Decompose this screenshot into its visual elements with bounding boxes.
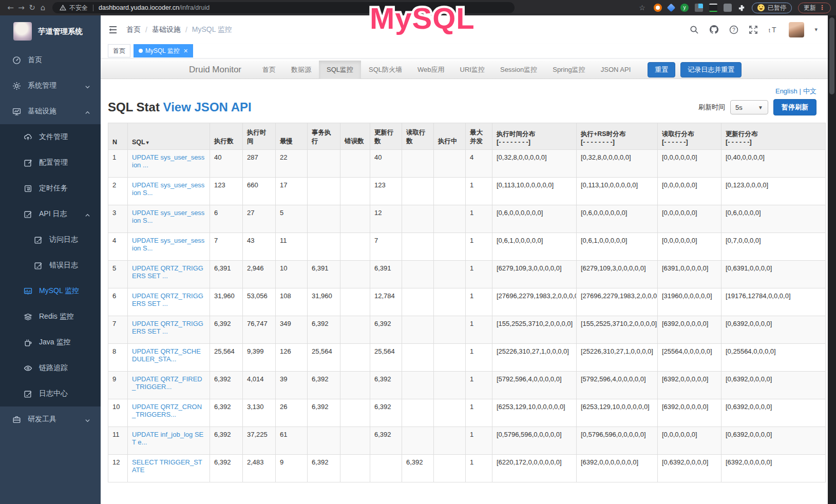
url-divider xyxy=(93,5,93,11)
sidebar-item-log-center[interactable]: 日志中心 xyxy=(0,381,101,406)
column-header[interactable]: 最大并发 xyxy=(466,123,492,150)
tab-item[interactable]: 首页 xyxy=(108,44,130,57)
druid-nav-item[interactable]: JSON API xyxy=(593,61,639,79)
lang-english-link[interactable]: English xyxy=(775,87,797,95)
address-bar[interactable]: 不安全 dashboard.yudao.iocoder.cn/infra/dru… xyxy=(52,2,515,13)
sidebar-item-dev-tool[interactable]: 研发工具 xyxy=(0,406,101,432)
sidebar-item-java[interactable]: Java 监控 xyxy=(0,329,101,355)
sql-link[interactable]: UPDATE QRTZ_TRIGGERS SET ... xyxy=(132,320,203,335)
druid-nav-item[interactable]: 数据源 xyxy=(283,61,319,79)
sidebar-item-access-log[interactable]: 访问日志 xyxy=(0,227,101,253)
tab-close-icon[interactable]: ✕ xyxy=(183,48,188,54)
sidebar-item-config[interactable]: 配置管理 xyxy=(0,150,101,176)
user-avatar[interactable] xyxy=(789,22,804,37)
extensions-puzzle-icon[interactable] xyxy=(738,4,746,12)
druid-nav: 首页数据源SQL监控SQL防火墙Web应用URI监控Session监控Sprin… xyxy=(255,61,638,79)
druid-nav-item[interactable]: Web应用 xyxy=(410,61,452,79)
sql-link[interactable]: UPDATE sys_user_session S... xyxy=(132,237,204,252)
reload-icon[interactable]: ↻ xyxy=(27,3,37,12)
column-header[interactable]: N xyxy=(108,123,128,150)
sidebar-item-api-log[interactable]: API 日志 xyxy=(0,201,101,227)
table-row: 10UPDATE QRTZ_CRON_TRIGGERS...6,3923,130… xyxy=(108,399,826,427)
column-header[interactable]: 执行时间 xyxy=(243,123,276,150)
extension-green-icon[interactable]: y xyxy=(680,4,689,12)
back-icon[interactable]: ← xyxy=(5,3,16,12)
security-label[interactable]: 不安全 xyxy=(69,4,88,12)
extension-gray-icon[interactable] xyxy=(724,4,732,12)
sql-link[interactable]: UPDATE sys_user_session S... xyxy=(132,181,204,197)
gear-icon xyxy=(12,82,21,90)
druid-nav-item[interactable]: URI监控 xyxy=(452,61,492,79)
sidebar-item-redis[interactable]: Redis 监控 xyxy=(0,304,101,329)
extension-blue-drop-icon[interactable] xyxy=(667,4,676,12)
sql-link[interactable]: UPDATE QRTZ_FIRED_TRIGGER... xyxy=(132,375,202,391)
sql-link[interactable]: UPDATE QRTZ_TRIGGERS SET ... xyxy=(132,264,203,280)
sql-link[interactable]: UPDATE QRTZ_SCHEDULER_STA... xyxy=(132,347,201,363)
column-header[interactable]: 执行数 xyxy=(210,123,243,150)
paused-extension-badge[interactable]: 已暂停 xyxy=(752,3,792,13)
lang-chinese-link[interactable]: 中文 xyxy=(803,87,816,95)
page-scrollbar[interactable] xyxy=(828,15,836,504)
column-header[interactable]: 执行+RS时分布[- - - - - - - -] xyxy=(577,123,658,150)
sidebar-toggle-icon[interactable] xyxy=(108,25,118,35)
forward-icon[interactable]: → xyxy=(16,3,27,12)
column-header[interactable]: SQL▼ xyxy=(128,123,210,150)
column-header[interactable]: 最慢 xyxy=(276,123,308,150)
column-header[interactable]: 执行时间分布[- - - - - - - -] xyxy=(492,123,577,150)
sql-link[interactable]: UPDATE QRTZ_TRIGGERS SET ... xyxy=(132,292,203,307)
extension-list-on-icon[interactable] xyxy=(709,4,717,12)
font-size-icon[interactable]: tT xyxy=(768,26,778,34)
sql-link[interactable]: UPDATE sys_user_session ... xyxy=(132,153,204,169)
druid-brand[interactable]: Druid Monitor xyxy=(189,65,241,75)
sidebar-item-trace[interactable]: 链路追踪 xyxy=(0,355,101,381)
browser-update-button[interactable]: 更新⋮ xyxy=(798,3,831,13)
sidebar-item-system[interactable]: 系统管理 xyxy=(0,73,101,99)
log-icon xyxy=(24,210,32,219)
reset-button[interactable]: 重置 xyxy=(648,62,675,77)
druid-nav-item[interactable]: Spring监控 xyxy=(545,61,593,79)
column-header[interactable]: 事务执行 xyxy=(308,123,340,150)
fullscreen-icon[interactable] xyxy=(749,25,758,34)
app-logo[interactable]: 芋道管理系统 xyxy=(0,15,101,47)
log-and-reset-button[interactable]: 记录日志并重置 xyxy=(680,62,742,77)
column-header[interactable]: 更新行数 xyxy=(370,123,402,150)
refresh-interval-select[interactable]: 5s▼ xyxy=(730,100,768,114)
sidebar-item-file[interactable]: 文件管理 xyxy=(0,124,101,150)
github-icon[interactable] xyxy=(709,25,719,34)
sidebar-item-job[interactable]: 定时任务 xyxy=(0,176,101,201)
chevron-down-icon[interactable]: ▾ xyxy=(814,26,818,33)
column-header[interactable]: 错误数 xyxy=(340,123,370,150)
druid-nav-item[interactable]: SQL防火墙 xyxy=(361,61,410,79)
druid-nav-item[interactable]: 首页 xyxy=(255,61,283,79)
column-header[interactable]: 读取行分布[- - - - - -] xyxy=(658,123,721,150)
pause-refresh-button[interactable]: 暂停刷新 xyxy=(773,99,816,115)
breadcrumb-home[interactable]: 首页 xyxy=(126,25,141,34)
breadcrumb-infra[interactable]: 基础设施 xyxy=(152,25,181,34)
bookmark-star-icon[interactable]: ☆ xyxy=(637,4,648,12)
sql-link[interactable]: UPDATE inf_job_log SET e... xyxy=(132,431,203,446)
view-json-api-link[interactable]: View JSON API xyxy=(163,100,252,114)
column-header[interactable]: 读取行数 xyxy=(402,123,434,150)
browser-menu-icon[interactable]: ⋮ xyxy=(819,4,825,11)
sidebar-item-infra[interactable]: 基础设施 xyxy=(0,99,101,124)
help-icon[interactable]: ? xyxy=(729,25,738,34)
sql-link[interactable]: SELECT TRIGGER_STATE xyxy=(132,458,202,474)
column-header[interactable]: 更新行分布[- - - - - -] xyxy=(721,123,826,150)
extension-orange-icon[interactable] xyxy=(654,4,662,12)
druid-nav-item[interactable]: Session监控 xyxy=(492,61,545,79)
sql-link[interactable]: UPDATE QRTZ_CRON_TRIGGERS... xyxy=(132,403,202,418)
sql-link[interactable]: UPDATE sys_user_session S... xyxy=(132,209,204,224)
sidebar-item-home[interactable]: 首页 xyxy=(0,47,101,73)
sidebar-item-mysql[interactable]: MySQL 监控 xyxy=(0,278,101,304)
table-row: 3UPDATE sys_user_session S...6275121[0,6… xyxy=(108,205,826,233)
search-icon[interactable] xyxy=(690,25,699,34)
tab-active[interactable]: MySQL 监控✕ xyxy=(134,44,193,57)
scrollbar-thumb[interactable] xyxy=(829,17,834,94)
druid-nav-item[interactable]: SQL监控 xyxy=(319,61,361,79)
home-icon[interactable]: ⌂ xyxy=(37,3,48,12)
chevron-down-icon xyxy=(85,417,90,422)
column-header[interactable]: 执行中 xyxy=(434,123,466,150)
sidebar-item-error-log[interactable]: 错误日志 xyxy=(0,253,101,278)
app-header: 首页 / 基础设施 / MySQL 监控 ? tT ▾ xyxy=(101,15,828,44)
extension-grid-icon[interactable] xyxy=(695,4,703,12)
